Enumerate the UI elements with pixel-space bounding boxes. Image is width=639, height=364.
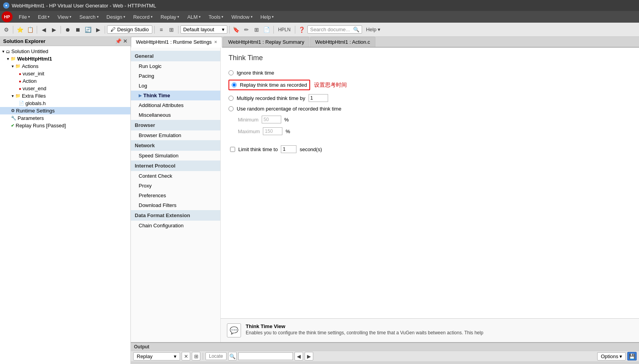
toolbar-icon3[interactable]: 📋 (25, 25, 35, 34)
help-dropdown-arrow: ▾ (378, 27, 380, 32)
maximum-input[interactable] (263, 127, 282, 135)
search-docs-icon[interactable]: 🔍 (353, 27, 359, 32)
nav-proxy[interactable]: Proxy (131, 181, 220, 191)
menu-view[interactable]: View ▾ (54, 12, 75, 21)
tree-actions[interactable]: ▼ 📁 Actions (0, 62, 130, 70)
toolbar-bookmark[interactable]: 🔖 (232, 25, 241, 34)
multiply-value-input[interactable] (309, 94, 328, 102)
nav-pacing[interactable]: Pacing (131, 71, 220, 81)
nav-additional-attributes[interactable]: Additional Attributes (131, 100, 220, 110)
nav-speed-simulation[interactable]: Speed Simulation (131, 151, 220, 161)
toolbar-align1[interactable]: ≡ (157, 25, 166, 34)
vuser-init-icon: ● (19, 71, 21, 76)
tab-runtime-close[interactable]: ✕ (214, 40, 217, 44)
hpln-button[interactable]: HPLN (276, 26, 293, 33)
toolbar-icon4[interactable]: ◀ (39, 25, 48, 34)
output-prev-btn[interactable]: ◀ (295, 352, 303, 360)
radio-multiply[interactable] (228, 96, 234, 101)
options-button[interactable]: Options ▾ (597, 352, 626, 360)
actions-icon: 📁 (15, 64, 21, 69)
tools-arrow: ▾ (221, 15, 223, 19)
tab-runtime-settings[interactable]: WebHttpHtml1 : Runtime Settings ✕ (131, 37, 222, 48)
menu-window[interactable]: Window ▾ (227, 12, 256, 21)
design-studio-button[interactable]: 🖊 Design Studio (107, 25, 152, 34)
expand-project[interactable]: ▼ (6, 57, 10, 61)
toolbar-copy2[interactable]: 📄 (262, 25, 271, 34)
tree-vuser-end[interactable]: ● vuser_end (0, 85, 130, 92)
parameters-label: Parameters (18, 115, 44, 121)
expand-extra[interactable]: ▼ (11, 94, 14, 98)
tree-action[interactable]: ● Action (0, 77, 130, 85)
minimum-label: Minimum (238, 117, 259, 123)
search-docs-placeholder: Search docume... (310, 27, 350, 32)
radio-multiply-label[interactable]: Multiply recorded think time by (237, 95, 305, 101)
help-question[interactable]: ❓ (297, 25, 307, 34)
nav-chain-configuration[interactable]: Chain Configuration (131, 221, 220, 230)
output-search-input[interactable] (238, 352, 293, 360)
limit-label[interactable]: Limit think time to (238, 146, 278, 152)
menu-help[interactable]: Help ▾ (257, 12, 278, 21)
radio-random-label[interactable]: Use random percentage of recorded think … (237, 106, 341, 112)
radio-ignore[interactable] (228, 70, 234, 75)
help-button[interactable]: Help ▾ (363, 26, 384, 33)
nav-content-check[interactable]: Content Check (131, 171, 220, 181)
nav-run-logic[interactable]: Run Logic (131, 61, 220, 71)
radio-ignore-label[interactable]: Ignore think time (237, 70, 274, 76)
toolbar-icon5[interactable]: ▶ (49, 25, 59, 34)
radio-replay-label[interactable]: Replay think time as recorded (240, 82, 307, 88)
tree-parameters[interactable]: 🔧 Parameters (0, 114, 130, 122)
options-arrow: ▾ (619, 353, 622, 359)
tree-globals[interactable]: 📄 globals.h (0, 100, 130, 107)
toolbar-icon1[interactable]: ⚙ (2, 25, 11, 34)
output-search-btn[interactable]: 🔍 (228, 352, 237, 360)
menu-file[interactable]: File ▾ (15, 12, 34, 21)
toolbar-edit2[interactable]: ✏ (242, 25, 251, 34)
menu-tools[interactable]: Tools ▾ (205, 12, 227, 21)
tree-vuser-init[interactable]: ● vuser_init (0, 70, 130, 77)
menu-design[interactable]: Design ▾ (103, 12, 129, 21)
menu-edit[interactable]: Edit ▾ (34, 12, 54, 21)
output-next-btn[interactable]: ▶ (305, 352, 313, 360)
tab-action-c[interactable]: WebHttpHtml1 : Action.c (310, 37, 375, 47)
tree-extra-files[interactable]: ▼ 📁 Extra Files (0, 92, 130, 100)
expand-solution[interactable]: ▼ (2, 50, 5, 54)
nav-miscellaneous[interactable]: Miscellaneous (131, 110, 220, 120)
tab-replay-summary[interactable]: WebHttpHtml1 : Replay Summary (223, 37, 309, 47)
se-close-icon[interactable]: ✕ (123, 38, 127, 44)
replay-arrow: ▾ (177, 15, 179, 19)
output-grid-btn[interactable]: ⊞ (192, 352, 200, 360)
tree-runtime-settings[interactable]: ⚙ Runtime Settings (0, 107, 130, 114)
limit-value-input[interactable] (281, 145, 296, 153)
tree-project[interactable]: ▼ 📁 WebHttpHtml1 (0, 55, 130, 62)
expand-actions[interactable]: ▼ (11, 64, 14, 68)
layout-dropdown[interactable]: Default layout ▾ (180, 25, 227, 34)
toolbar-icon8[interactable]: 🔄 (83, 25, 93, 34)
toolbar-icon2[interactable]: ⭐ (15, 25, 25, 34)
minimum-input[interactable] (262, 116, 281, 123)
output-dropdown[interactable]: Replay ▾ (133, 352, 180, 360)
toolbar-align2[interactable]: ⊞ (167, 25, 176, 34)
menu-replay[interactable]: Replay ▾ (157, 12, 183, 21)
save-button[interactable]: 💾 (627, 352, 637, 360)
limit-checkbox[interactable] (230, 147, 235, 152)
toolbar-run[interactable]: ▶ (93, 25, 103, 34)
menu-record[interactable]: Record ▾ (129, 12, 157, 21)
output-clear-btn[interactable]: ✕ (182, 352, 190, 360)
tree-solution[interactable]: ▼ 🗂 Solution Untitled (0, 48, 130, 55)
nav-think-time[interactable]: ▶ Think Time (131, 91, 220, 100)
radio-replay[interactable] (232, 82, 237, 87)
locate-button[interactable]: Locate (205, 352, 227, 360)
menu-search[interactable]: Search ▾ (75, 12, 102, 21)
toolbar-grid[interactable]: ⊞ (252, 25, 261, 34)
nav-browser-emulation[interactable]: Browser Emulation (131, 130, 220, 140)
nav-download-filters[interactable]: Download Filters (131, 200, 220, 210)
nav-preferences[interactable]: Preferences (131, 191, 220, 200)
layout-arrow: ▾ (222, 27, 225, 32)
se-pin-icon[interactable]: 📌 (115, 38, 121, 44)
toolbar-icon7[interactable]: ⏹ (73, 25, 82, 34)
radio-random[interactable] (228, 106, 234, 111)
toolbar-icon6[interactable]: ⏺ (63, 25, 72, 34)
nav-log[interactable]: Log (131, 81, 220, 91)
menu-alm[interactable]: ALM ▾ (183, 12, 205, 21)
tree-replay-runs[interactable]: ✔ Replay Runs [Passed] (0, 122, 130, 129)
